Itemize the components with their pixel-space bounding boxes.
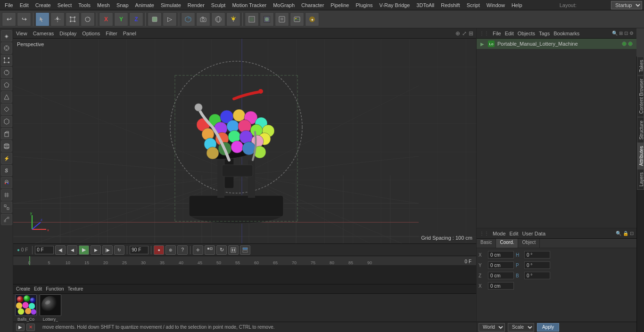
render-region-button[interactable] bbox=[245, 12, 259, 26]
menu-mesh[interactable]: Mesh bbox=[94, 1, 113, 9]
mat-edit-menu[interactable]: Edit bbox=[34, 286, 42, 292]
attr-h-rot-input[interactable] bbox=[524, 251, 550, 259]
attr-x-pos-input[interactable] bbox=[488, 251, 514, 259]
status-play-icon[interactable]: ▶ bbox=[16, 324, 25, 331]
next-frame-btn[interactable]: ▶ bbox=[91, 245, 101, 255]
menu-motion-tracker[interactable]: Motion Tracker bbox=[229, 1, 269, 9]
menu-edit[interactable]: Edit bbox=[17, 1, 32, 9]
menu-help[interactable]: Help bbox=[509, 1, 525, 9]
object-render-dot[interactable] bbox=[628, 41, 633, 46]
sidebar-spline-icon[interactable] bbox=[1, 202, 12, 213]
menu-plugins[interactable]: Plugins bbox=[353, 1, 375, 9]
am-expand-icon[interactable]: ⊡ bbox=[630, 231, 634, 236]
sidebar-cube-icon[interactable] bbox=[1, 128, 12, 139]
om-expand-icon[interactable]: ⊡ bbox=[624, 31, 628, 36]
viewport-display-menu[interactable]: Display bbox=[59, 31, 76, 36]
menu-tools[interactable]: Tools bbox=[75, 1, 93, 9]
menu-simulate[interactable]: Simulate bbox=[158, 1, 184, 9]
om-bookmarks-menu[interactable]: Bookmarks bbox=[553, 31, 579, 36]
y-axis-button[interactable]: Y bbox=[114, 12, 128, 26]
object-visible-dot[interactable] bbox=[622, 41, 627, 46]
menu-create[interactable]: Create bbox=[33, 1, 54, 9]
sidebar-arrow-icon[interactable]: ◈ bbox=[1, 30, 12, 41]
edge-tab-attributes[interactable]: Attributes bbox=[637, 143, 644, 169]
timeline-track[interactable] bbox=[13, 266, 476, 284]
om-tags-menu[interactable]: Tags bbox=[539, 31, 550, 36]
om-file-menu[interactable]: File bbox=[493, 31, 501, 36]
menu-animate[interactable]: Animate bbox=[132, 1, 157, 9]
sidebar-move-icon[interactable] bbox=[1, 42, 12, 54]
redo-button[interactable]: ↪ bbox=[17, 12, 31, 26]
material-item-lottery[interactable]: Lottery_ bbox=[40, 294, 61, 322]
viewport-filter-menu[interactable]: Filter bbox=[106, 31, 117, 36]
menu-pipeline[interactable]: Pipeline bbox=[328, 1, 352, 9]
menu-mograph[interactable]: MoGraph bbox=[270, 1, 297, 9]
om-filter-icon[interactable]: ⊞ bbox=[619, 31, 623, 36]
material-item-balls[interactable]: Balls_Co bbox=[15, 294, 37, 322]
attr-z-pos-input[interactable] bbox=[488, 272, 514, 279]
sidebar-hex-icon[interactable] bbox=[1, 116, 12, 127]
scale-dropdown[interactable]: Scale bbox=[508, 323, 534, 332]
object-mode-button[interactable] bbox=[148, 12, 162, 26]
render-button[interactable] bbox=[260, 12, 274, 26]
layout-select[interactable]: Startup bbox=[611, 1, 642, 9]
select-keys-btn[interactable] bbox=[205, 245, 215, 255]
z-axis-button[interactable]: Z bbox=[129, 12, 143, 26]
om-search-icon[interactable]: 🔍 bbox=[612, 31, 618, 36]
edge-tab-layers[interactable]: Layers bbox=[637, 169, 644, 190]
mat-texture-menu[interactable]: Texture bbox=[68, 286, 83, 292]
object-name-label[interactable]: Portable_Manual_Lottery_Machine bbox=[497, 41, 578, 47]
menu-select[interactable]: Select bbox=[55, 1, 75, 9]
object-list-item-lottery[interactable]: ▶ Lo Portable_Manual_Lottery_Machine bbox=[477, 39, 636, 49]
move-tool-button[interactable] bbox=[50, 12, 65, 26]
menu-snap[interactable]: Snap bbox=[114, 1, 132, 9]
sidebar-cylinder-icon[interactable] bbox=[1, 140, 12, 152]
viewport-options-menu[interactable]: Options bbox=[82, 31, 100, 36]
prev-range-btn[interactable]: ◀| bbox=[55, 245, 66, 255]
menu-script[interactable]: Script bbox=[464, 1, 483, 9]
edge-tab-takes[interactable]: Takes bbox=[637, 57, 644, 75]
camera-button[interactable] bbox=[196, 12, 210, 26]
end-frame-input[interactable] bbox=[130, 246, 149, 254]
next-range-btn[interactable]: |▶ bbox=[102, 245, 113, 255]
sidebar-s-icon[interactable]: S bbox=[1, 165, 12, 176]
sidebar-polygon-icon[interactable] bbox=[1, 79, 12, 90]
play-btn[interactable]: ▶ bbox=[79, 245, 89, 255]
viewport-fit-icon[interactable]: ⤢ bbox=[462, 30, 467, 37]
apply-button[interactable]: Apply bbox=[537, 323, 559, 332]
menu-render[interactable]: Render bbox=[185, 1, 207, 9]
render-settings-button[interactable] bbox=[275, 12, 289, 26]
sky-button[interactable] bbox=[211, 12, 225, 26]
am-userdata-menu[interactable]: User Data bbox=[522, 231, 546, 236]
rotate-tool-button[interactable] bbox=[81, 12, 95, 26]
prev-frame-btn[interactable]: ◀ bbox=[67, 245, 77, 255]
light-button[interactable] bbox=[226, 12, 240, 26]
menu-sculpt[interactable]: Sculpt bbox=[208, 1, 229, 9]
menu-window[interactable]: Window bbox=[484, 1, 508, 9]
sidebar-diamond-icon[interactable] bbox=[1, 104, 12, 115]
rotate-keys-btn[interactable]: ↻ bbox=[216, 245, 227, 255]
record-btn[interactable]: ● bbox=[154, 245, 164, 255]
playback-speed-btn[interactable] bbox=[228, 245, 239, 255]
menu-3dtoall[interactable]: 3DToAll bbox=[413, 1, 437, 9]
menu-redshift[interactable]: Redshift bbox=[438, 1, 462, 9]
om-edit-menu[interactable]: Edit bbox=[505, 31, 514, 36]
move-keys-btn[interactable]: ✛ bbox=[193, 245, 203, 255]
menu-character[interactable]: Character bbox=[298, 1, 327, 9]
am-search-icon[interactable]: 🔍 bbox=[616, 231, 621, 236]
attr-sx-input[interactable] bbox=[488, 282, 514, 290]
am-edit-menu[interactable]: Edit bbox=[510, 231, 519, 236]
x-axis-button[interactable]: X bbox=[99, 12, 113, 26]
attr-tab-coord[interactable]: Coord. bbox=[496, 239, 518, 248]
world-dropdown[interactable]: World bbox=[479, 323, 505, 332]
viewport[interactable]: x y z Perspective Grid Spacing : 100 cm bbox=[13, 39, 476, 243]
sidebar-triangle-icon[interactable] bbox=[1, 91, 12, 103]
edge-tab-content-browser[interactable]: Content Browser bbox=[637, 75, 644, 117]
attr-p-rot-input[interactable] bbox=[524, 261, 550, 269]
play-button[interactable]: ▷ bbox=[163, 12, 177, 26]
viewport-view-menu[interactable]: View bbox=[16, 31, 27, 36]
sidebar-deform-icon[interactable] bbox=[1, 214, 12, 225]
timeline-toggle-btn[interactable] bbox=[240, 245, 250, 255]
om-objects-menu[interactable]: Objects bbox=[518, 31, 535, 36]
sidebar-grid-icon[interactable] bbox=[1, 189, 12, 201]
